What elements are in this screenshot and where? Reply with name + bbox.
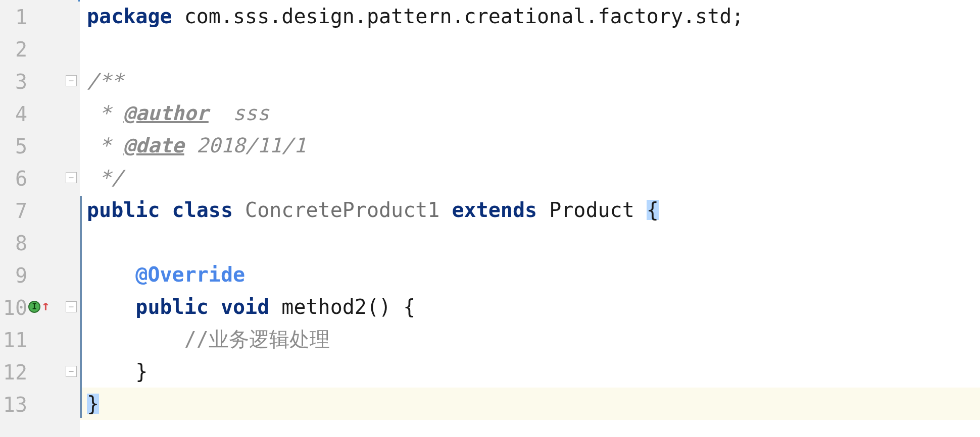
code-token: } xyxy=(135,361,148,381)
code-token: sss xyxy=(209,103,269,123)
code-token: public xyxy=(135,297,209,317)
gutter-row: 8 xyxy=(0,226,80,258)
navigate-super-icon[interactable]: ↑ xyxy=(41,299,50,313)
gutter-icons xyxy=(27,258,80,291)
gutter-row: 11 xyxy=(0,323,80,355)
code-token xyxy=(439,200,452,220)
vcs-change-bar xyxy=(80,196,82,418)
line-number: 10 xyxy=(0,296,27,318)
gutter-row: 9 xyxy=(0,258,80,291)
code-line[interactable]: public void method2() { xyxy=(80,291,980,323)
editor-gutter: 123−456−78910I↑−1112−13 xyxy=(0,0,80,437)
gutter-icons xyxy=(27,226,80,258)
code-line[interactable] xyxy=(80,32,980,65)
code-token: * xyxy=(87,103,123,123)
code-token: 2018/11/1 xyxy=(184,135,306,155)
line-number: 1 xyxy=(0,5,27,27)
code-token: ConcreteProduct1 xyxy=(245,200,439,220)
gutter-icons xyxy=(27,0,80,32)
code-token: //业务逻辑处理 xyxy=(184,329,330,349)
line-number: 4 xyxy=(0,102,27,124)
code-token: @author xyxy=(123,103,209,123)
line-number: 12 xyxy=(0,360,27,383)
line-number: 5 xyxy=(0,134,27,156)
code-token: @Override xyxy=(135,264,245,285)
code-line[interactable]: */ xyxy=(80,161,980,194)
code-token: package xyxy=(87,6,172,26)
gutter-icons xyxy=(27,388,80,420)
gutter-icons: − xyxy=(27,161,80,194)
code-line[interactable]: * @author sss xyxy=(80,97,980,129)
code-token: extends xyxy=(452,200,537,220)
gutter-row: 13 xyxy=(0,388,80,420)
gutter-icons xyxy=(27,97,80,129)
gutter-icons xyxy=(27,32,80,65)
code-line[interactable]: public class ConcreteProduct1 extends Pr… xyxy=(80,194,980,226)
code-token: method2() xyxy=(269,297,403,317)
gutter-icons: − xyxy=(27,65,80,97)
gutter-row: 3− xyxy=(0,65,80,97)
gutter-row: 10I↑− xyxy=(0,291,80,323)
gutter-icons xyxy=(27,194,80,226)
line-number: 13 xyxy=(0,393,27,415)
code-area[interactable]: package com.sss.design.pattern.creationa… xyxy=(80,0,980,437)
code-token xyxy=(233,200,245,220)
gutter-row: 4 xyxy=(0,97,80,129)
code-token: */ xyxy=(87,168,123,188)
line-number: 6 xyxy=(0,167,27,189)
gutter-row: 6− xyxy=(0,161,80,194)
code-token xyxy=(160,200,172,220)
gutter-row: 12− xyxy=(0,355,80,388)
code-token: void xyxy=(221,297,269,317)
fold-toggle-icon[interactable]: − xyxy=(66,366,77,377)
gutter-row: 2 xyxy=(0,32,80,65)
fold-toggle-icon[interactable]: − xyxy=(66,172,77,183)
fold-toggle-icon[interactable]: − xyxy=(66,301,77,312)
code-token: * xyxy=(87,135,123,155)
line-number: 3 xyxy=(0,70,27,92)
line-number: 11 xyxy=(0,328,27,350)
code-token xyxy=(209,297,221,317)
code-token: { xyxy=(403,297,415,317)
line-number: 7 xyxy=(0,199,27,221)
code-line[interactable]: package com.sss.design.pattern.creationa… xyxy=(80,0,980,32)
code-line[interactable] xyxy=(80,226,980,258)
code-token xyxy=(87,329,184,349)
override-method-icon[interactable]: I xyxy=(28,301,40,313)
code-token: Product xyxy=(537,200,647,220)
code-line[interactable]: @Override xyxy=(80,258,980,291)
code-token: @date xyxy=(123,135,184,155)
code-token: { xyxy=(647,200,659,220)
gutter-icons: − xyxy=(27,355,80,388)
code-token xyxy=(87,264,135,285)
code-editor[interactable]: 123−456−78910I↑−1112−13 package com.sss.… xyxy=(0,0,980,437)
gutter-icons xyxy=(27,129,80,161)
line-number: 2 xyxy=(0,37,27,60)
line-number: 8 xyxy=(0,231,27,253)
gutter-row: 7 xyxy=(0,194,80,226)
code-token: /** xyxy=(87,71,123,91)
code-line[interactable]: /** xyxy=(80,65,980,97)
gutter-row: 5 xyxy=(0,129,80,161)
gutter-row: 1 xyxy=(0,0,80,32)
gutter-icons xyxy=(27,323,80,355)
code-line[interactable]: } xyxy=(80,355,980,388)
code-token: public xyxy=(87,200,160,220)
fold-toggle-icon[interactable]: − xyxy=(66,75,77,86)
gutter-icons: I↑− xyxy=(27,291,80,323)
code-token: com.sss.design.pattern.creational.factor… xyxy=(172,6,744,26)
line-number: 9 xyxy=(0,263,27,286)
code-token xyxy=(87,297,135,317)
code-token: } xyxy=(87,394,99,414)
code-line[interactable]: //业务逻辑处理 xyxy=(80,323,980,355)
code-token xyxy=(87,361,135,381)
code-line[interactable]: } xyxy=(80,388,980,420)
code-line[interactable]: * @date 2018/11/1 xyxy=(80,129,980,161)
code-token: class xyxy=(172,200,233,220)
